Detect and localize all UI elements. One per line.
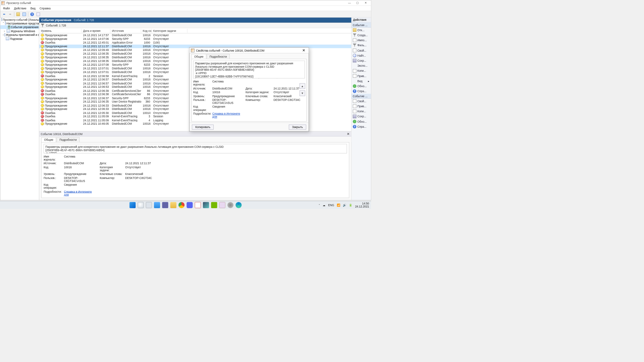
system-tray[interactable]: ˄ ☁ ENG 📶 🔊 🔋 14:50 24.12.2021 bbox=[319, 202, 371, 208]
discord-icon[interactable] bbox=[186, 202, 193, 208]
dialog-next-button[interactable]: ▼ bbox=[300, 90, 305, 96]
warning-icon bbox=[41, 60, 44, 63]
start-button[interactable] bbox=[129, 202, 136, 208]
dialog-message[interactable]: Параметры разрешений для конкретного при… bbox=[193, 61, 305, 78]
menu-help[interactable]: Справка bbox=[38, 6, 52, 10]
tray-onedrive-icon[interactable]: ☁ bbox=[323, 203, 325, 207]
tray-volume-icon[interactable]: 🔊 bbox=[343, 203, 346, 207]
action-create[interactable]: Созда... bbox=[352, 33, 371, 38]
app-icon-1[interactable] bbox=[219, 202, 225, 208]
window-title: Просмотр событий bbox=[6, 1, 345, 4]
action-save[interactable]: Сохр... bbox=[352, 58, 371, 63]
tab-details[interactable]: Подробности bbox=[57, 137, 79, 142]
tray-wifi-icon[interactable]: 📶 bbox=[337, 203, 340, 207]
tree-root[interactable]: Просмотр событий (Локальный bbox=[0, 17, 39, 21]
calendar-icon[interactable] bbox=[195, 202, 201, 208]
action-ev-save[interactable]: Сохр... bbox=[352, 114, 371, 119]
table-row[interactable]: Предупреждение24.12.2021 14:17:57Distrib… bbox=[39, 34, 351, 37]
menu-file[interactable]: Файл bbox=[1, 6, 12, 10]
tray-battery-icon[interactable]: 🔋 bbox=[349, 203, 353, 207]
teams-icon[interactable] bbox=[162, 202, 168, 208]
action-ev-help[interactable]: ?Спра... bbox=[352, 124, 371, 129]
action-refresh[interactable]: Обно... bbox=[352, 83, 371, 88]
find-icon bbox=[353, 54, 357, 57]
action-ev-copy[interactable]: Копи... bbox=[352, 109, 371, 114]
col-task[interactable]: Категория задачи bbox=[152, 29, 187, 33]
dialog-tab-details[interactable]: Подробности bbox=[207, 54, 229, 59]
table-row[interactable]: Ошибка24.12.2021 12:45:01Application Err… bbox=[39, 41, 351, 45]
table-header[interactable]: Уровень Дата и время Источник Код со... … bbox=[39, 28, 351, 33]
action-copy[interactable]: Копи... bbox=[352, 68, 371, 73]
minimize-button[interactable]: — bbox=[345, 0, 354, 6]
widgets-button[interactable] bbox=[154, 202, 160, 208]
toolbar-btn4[interactable] bbox=[36, 11, 41, 17]
toolbar-btn2[interactable] bbox=[21, 11, 27, 17]
properties-icon bbox=[353, 49, 357, 52]
col-source[interactable]: Источник bbox=[110, 29, 141, 33]
action-help[interactable]: ?Спра... bbox=[352, 88, 371, 94]
menu-action[interactable]: Действие bbox=[12, 6, 28, 10]
dialog-titlebar[interactable]: Свойства событий - Событие 10016, Distri… bbox=[190, 48, 309, 53]
action-ev-properties[interactable]: Свой... bbox=[352, 99, 371, 104]
maximize-button[interactable]: ▢ bbox=[354, 0, 362, 6]
event-message[interactable]: Параметры разрешений для конкретного при… bbox=[44, 144, 347, 153]
action-export[interactable]: Экспо... bbox=[352, 63, 371, 68]
tray-clock[interactable]: 14:50 24.12.2021 bbox=[355, 202, 369, 208]
warning-icon bbox=[41, 38, 44, 41]
settings-icon[interactable] bbox=[227, 202, 233, 208]
folder-icon bbox=[353, 28, 357, 32]
help-toolbar-button[interactable]: ? bbox=[29, 11, 35, 17]
action-attach[interactable]: Прив... bbox=[352, 73, 371, 78]
action-import[interactable]: Импо... bbox=[352, 38, 371, 43]
event-properties-dialog[interactable]: Свойства событий - Событие 10016, Distri… bbox=[189, 47, 309, 131]
explorer-icon[interactable] bbox=[170, 202, 176, 208]
nvidia-icon[interactable] bbox=[211, 202, 217, 208]
action-properties[interactable]: Свой... bbox=[352, 48, 371, 53]
col-level[interactable]: Уровень bbox=[39, 29, 82, 33]
tree-custom-views[interactable]: ˅Настраиваемые представле bbox=[0, 21, 39, 25]
tree-app-logs[interactable]: ›Журналы приложений и сл bbox=[0, 33, 39, 37]
toolbar: ⬅ ➡ ? bbox=[0, 11, 371, 18]
action-ev-refresh[interactable]: Обно... bbox=[352, 119, 371, 124]
close-button[interactable]: ✕ bbox=[362, 0, 370, 6]
back-button[interactable]: ⬅ bbox=[1, 11, 7, 17]
action-ev-attach[interactable]: Прив... bbox=[352, 104, 371, 109]
col-date[interactable]: Дата и время bbox=[82, 29, 110, 33]
edge-icon[interactable] bbox=[235, 202, 241, 208]
dialog-close-button[interactable]: ✕ bbox=[300, 48, 307, 52]
dialog-close-ok-button[interactable]: Закрыть bbox=[289, 124, 306, 129]
folder-icon bbox=[7, 29, 10, 33]
action-filter[interactable]: Филь... bbox=[352, 43, 371, 48]
task-view-button[interactable] bbox=[146, 202, 152, 208]
menu-view[interactable]: Вид bbox=[29, 6, 37, 10]
chrome-icon[interactable] bbox=[178, 202, 184, 208]
action-open[interactable]: Отк... bbox=[352, 27, 371, 33]
tree-subscriptions[interactable]: Подписки bbox=[0, 37, 39, 40]
dialog-tab-general[interactable]: Общие bbox=[192, 54, 206, 59]
tray-chevron-icon[interactable]: ˄ bbox=[319, 203, 320, 207]
online-help-link[interactable]: Справка в Интернете для bbox=[64, 190, 97, 196]
tab-general[interactable]: Общие bbox=[41, 137, 56, 142]
search-button[interactable] bbox=[138, 202, 144, 208]
properties-icon bbox=[353, 99, 357, 103]
forward-button[interactable]: ➡ bbox=[7, 11, 13, 17]
preview-close-button[interactable]: ✕ bbox=[347, 132, 350, 136]
taskbar-center bbox=[129, 202, 241, 208]
nav-tree[interactable]: Просмотр событий (Локальный ˅Настраиваем… bbox=[0, 17, 39, 200]
action-view-submenu[interactable]: Вид▸ bbox=[352, 78, 371, 83]
col-code[interactable]: Код со... bbox=[141, 29, 152, 33]
titlebar[interactable]: Просмотр событий — ▢ ✕ bbox=[0, 0, 371, 6]
action-find[interactable]: Найт... bbox=[352, 53, 371, 58]
folder-icon bbox=[5, 22, 6, 25]
photos-icon[interactable] bbox=[203, 202, 209, 208]
dialog-prev-button[interactable]: ▲ bbox=[300, 83, 305, 89]
tree-windows-logs[interactable]: ›Журналы Windows bbox=[0, 29, 39, 33]
event-viewer-window: Просмотр событий — ▢ ✕ Файл Действие Вид… bbox=[0, 0, 371, 200]
tray-language[interactable]: ENG bbox=[328, 203, 334, 206]
tree-admin-events[interactable]: События управления bbox=[0, 25, 39, 29]
dialog-copy-button[interactable]: Копировать bbox=[192, 124, 214, 129]
taskbar[interactable]: ˄ ☁ ENG 📶 🔊 🔋 14:50 24.12.2021 bbox=[0, 201, 371, 209]
table-row[interactable]: Предупреждение24.12.2021 14:07:06Securit… bbox=[39, 37, 351, 41]
dialog-online-help-link[interactable]: Справка в Интернете для bbox=[212, 112, 243, 118]
show-hide-tree-button[interactable] bbox=[15, 11, 21, 17]
